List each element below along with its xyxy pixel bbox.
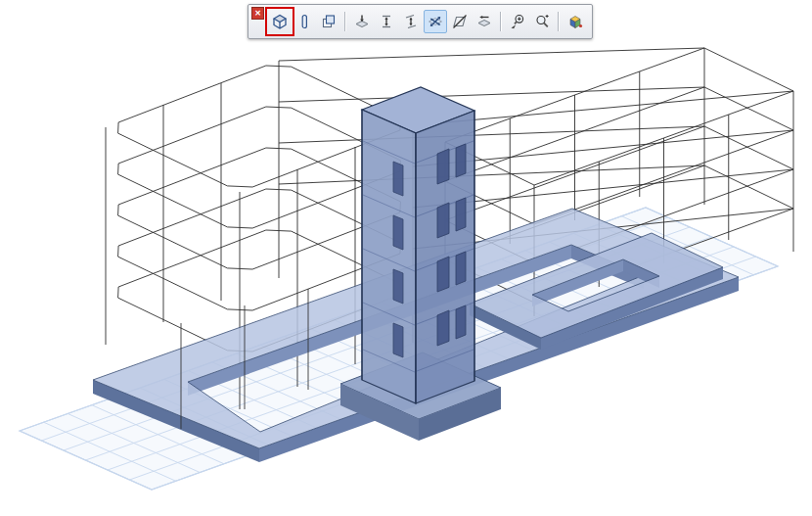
stretch-vertical-button[interactable] — [375, 10, 398, 33]
view-settings-cube-button[interactable] — [564, 10, 587, 33]
stretch-vertical-icon — [378, 13, 395, 30]
offset-plane-button[interactable] — [473, 10, 496, 33]
view-settings-cube-icon — [566, 13, 584, 30]
drop-to-plane-button[interactable] — [350, 10, 374, 33]
3d-editing-toolbar: ✕ — [248, 4, 593, 39]
skew-icon — [451, 13, 469, 30]
stories-button[interactable] — [317, 10, 340, 33]
zoom-in-plus-button[interactable] — [506, 10, 529, 33]
stories-icon — [320, 13, 338, 30]
move-in-plane-icon — [427, 13, 444, 30]
stretch-z-button[interactable] — [399, 10, 423, 33]
toolbar-separator — [500, 12, 502, 31]
move-in-plane-button[interactable] — [424, 10, 447, 33]
skew-button[interactable] — [448, 10, 472, 33]
marquee-3d-icon — [271, 13, 289, 30]
zoom-lens-icon — [533, 13, 551, 30]
stretch-z-icon — [402, 13, 420, 30]
drop-to-plane-icon — [353, 13, 371, 30]
offset-plane-icon — [475, 13, 493, 30]
column-icon — [295, 13, 313, 30]
close-toolbar-button[interactable]: ✕ — [251, 7, 264, 20]
app-window: ✕ — [0, 0, 812, 516]
toolbar-separator — [344, 12, 346, 31]
toolbar-separator — [558, 12, 560, 31]
column-button[interactable] — [293, 10, 316, 33]
3d-viewport[interactable] — [0, 0, 812, 516]
zoom-in-plus-icon — [509, 13, 526, 30]
marquee-3d-button[interactable] — [268, 10, 292, 33]
zoom-lens-button[interactable] — [530, 10, 554, 33]
